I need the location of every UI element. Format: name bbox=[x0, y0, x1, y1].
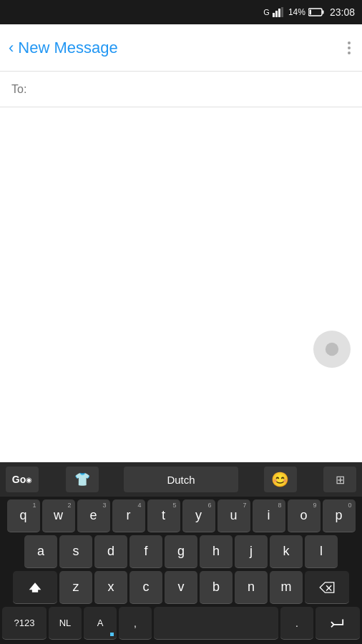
nl-label: NL bbox=[59, 618, 72, 628]
language-label: Dutch bbox=[167, 474, 195, 486]
svg-marker-8 bbox=[29, 582, 41, 592]
to-label: To: bbox=[11, 83, 26, 96]
grid-icon: ⊞ bbox=[336, 473, 345, 487]
comma-button[interactable]: , bbox=[119, 607, 152, 640]
more-dot-2 bbox=[348, 47, 351, 49]
key-o[interactable]: 9o bbox=[288, 499, 321, 532]
signal-icon: G bbox=[263, 8, 270, 16]
back-button[interactable]: ‹ bbox=[9, 39, 14, 57]
shirt-icon: 👕 bbox=[74, 472, 90, 487]
send-button[interactable] bbox=[313, 331, 351, 368]
emoji-button[interactable]: 😊 bbox=[264, 467, 297, 492]
comma-label: , bbox=[134, 618, 137, 629]
shift-button[interactable] bbox=[13, 571, 57, 604]
to-field: To: bbox=[0, 72, 362, 107]
key-h[interactable]: h bbox=[200, 535, 233, 568]
shift-icon bbox=[28, 580, 42, 595]
to-input[interactable] bbox=[32, 83, 351, 96]
enter-button[interactable] bbox=[315, 607, 360, 640]
key-row-1: 1q 2w 3e 4r 5t 6y 7u 8i 9o 0p bbox=[2, 499, 360, 532]
emoji-icon: 😊 bbox=[271, 471, 289, 488]
key-n[interactable]: n bbox=[235, 571, 268, 604]
svg-rect-3 bbox=[281, 7, 283, 17]
key-r[interactable]: 4r bbox=[112, 499, 145, 532]
key-w[interactable]: 2w bbox=[42, 499, 75, 532]
app-bar: ‹ New Message bbox=[0, 24, 362, 72]
key-p[interactable]: 0p bbox=[323, 499, 356, 532]
more-dot-3 bbox=[348, 52, 351, 54]
period-button[interactable]: . bbox=[280, 607, 313, 640]
abc-button[interactable]: A bbox=[84, 607, 117, 640]
backspace-icon bbox=[319, 582, 335, 593]
symbols-label: ?123 bbox=[14, 618, 35, 628]
keyboard-toolbar: Go ◉ 👕 Dutch 😊 ⊞ bbox=[0, 462, 362, 497]
key-b[interactable]: b bbox=[200, 571, 233, 604]
language-selector[interactable]: Dutch bbox=[124, 467, 238, 492]
space-button[interactable] bbox=[154, 607, 278, 640]
message-area[interactable] bbox=[0, 107, 362, 379]
send-icon bbox=[324, 341, 340, 357]
theme-button[interactable]: 👕 bbox=[66, 467, 99, 492]
key-c[interactable]: c bbox=[129, 571, 162, 604]
key-m[interactable]: m bbox=[270, 571, 303, 604]
time-display: 23:08 bbox=[330, 6, 355, 18]
period-label: . bbox=[295, 618, 298, 629]
svg-rect-5 bbox=[322, 11, 323, 14]
language-button[interactable]: NL bbox=[49, 607, 82, 640]
key-x[interactable]: x bbox=[94, 571, 127, 604]
numpad-button[interactable]: ⊞ bbox=[323, 467, 356, 492]
symbols-button[interactable]: ?123 bbox=[2, 607, 47, 640]
status-bar: G 14% 23:08 bbox=[0, 0, 362, 24]
svg-point-7 bbox=[326, 343, 338, 356]
battery-percent: 14% bbox=[288, 7, 305, 17]
enter-icon bbox=[330, 617, 346, 630]
svg-rect-0 bbox=[273, 13, 275, 17]
svg-rect-2 bbox=[278, 9, 280, 17]
key-row-3: z x c v b n m bbox=[2, 571, 360, 604]
key-g[interactable]: g bbox=[165, 535, 197, 568]
battery-icon bbox=[308, 8, 324, 16]
key-row-2: a s d f g h j k l bbox=[2, 535, 360, 568]
key-s[interactable]: s bbox=[59, 535, 92, 568]
key-k[interactable]: k bbox=[270, 535, 303, 568]
key-d[interactable]: d bbox=[94, 535, 127, 568]
network-bars-icon bbox=[273, 7, 285, 17]
key-l[interactable]: l bbox=[305, 535, 338, 568]
key-i[interactable]: 8i bbox=[253, 499, 285, 532]
more-dot-1 bbox=[348, 42, 351, 44]
key-a[interactable]: a bbox=[24, 535, 57, 568]
key-z[interactable]: z bbox=[59, 571, 92, 604]
go-button[interactable]: Go ◉ bbox=[6, 467, 39, 492]
key-q[interactable]: 1q bbox=[7, 499, 40, 532]
status-icons: G 14% 23:08 bbox=[263, 6, 355, 18]
abc-label: A bbox=[97, 618, 104, 628]
key-v[interactable]: v bbox=[165, 571, 197, 604]
more-options-button[interactable] bbox=[345, 39, 353, 57]
key-e[interactable]: 3e bbox=[77, 499, 110, 532]
keyboard-rows: 1q 2w 3e 4r 5t 6y 7u 8i 9o 0p a s d f g … bbox=[0, 497, 362, 644]
key-row-4: ?123 NL A , . bbox=[2, 607, 360, 640]
svg-rect-6 bbox=[309, 10, 311, 15]
key-t[interactable]: 5t bbox=[147, 499, 180, 532]
key-f[interactable]: f bbox=[129, 535, 162, 568]
page-title: New Message bbox=[18, 39, 117, 57]
keyboard: Go ◉ 👕 Dutch 😊 ⊞ 1q 2w 3e 4r bbox=[0, 462, 362, 644]
key-u[interactable]: 7u bbox=[217, 499, 250, 532]
go-label: Go bbox=[12, 474, 26, 485]
delete-button[interactable] bbox=[305, 571, 349, 604]
key-j[interactable]: j bbox=[235, 535, 268, 568]
key-y[interactable]: 6y bbox=[182, 499, 215, 532]
app-bar-left: ‹ New Message bbox=[9, 39, 118, 57]
svg-rect-1 bbox=[275, 11, 278, 17]
